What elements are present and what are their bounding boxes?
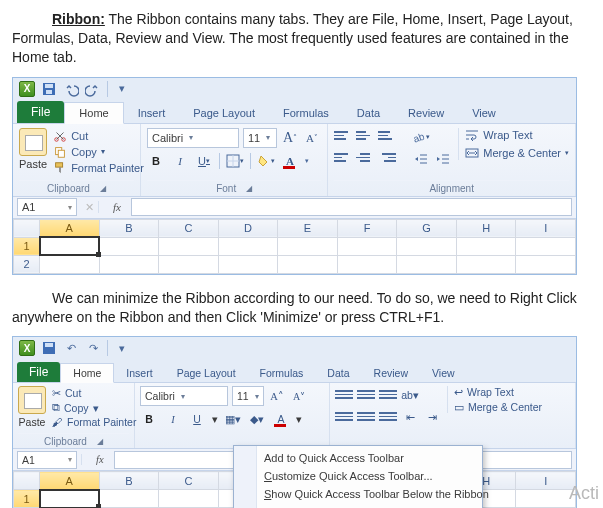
ribbon-tab-bar: File Home Insert Page Layout Formulas Da… <box>13 359 576 383</box>
copy-button[interactable]: ⧉Copy ▾ <box>52 400 136 415</box>
col-header-d[interactable]: D <box>218 219 278 237</box>
col-header-b[interactable]: B <box>99 219 159 237</box>
select-all-corner[interactable] <box>14 219 40 237</box>
tab-review[interactable]: Review <box>394 103 458 123</box>
merge-center-button[interactable]: ▭Merge & Center <box>454 401 542 413</box>
ctx-add-to-qat[interactable]: Add to Quick Access Toolbar <box>260 449 480 467</box>
row-header-1[interactable]: 1 <box>14 237 40 255</box>
paintbrush-icon <box>53 161 67 175</box>
underline-button[interactable]: U <box>188 410 206 428</box>
merge-center-button[interactable]: Merge & Center ▾ <box>465 146 569 160</box>
paste-button[interactable]: Paste <box>19 128 47 170</box>
col-header-g[interactable]: G <box>397 219 457 237</box>
tab-insert[interactable]: Insert <box>124 103 180 123</box>
italic-button[interactable]: I <box>164 410 182 428</box>
orientation-button[interactable]: ab▾ <box>412 128 430 146</box>
fx-icon[interactable]: fx <box>81 454 114 465</box>
redo-icon[interactable] <box>85 81 101 97</box>
formula-input[interactable] <box>131 198 572 216</box>
align-middle-button[interactable] <box>356 128 374 144</box>
underline-button[interactable]: U▾ <box>195 152 213 170</box>
clipboard-launcher-icon[interactable]: ◢ <box>100 184 106 193</box>
decrease-indent-button[interactable] <box>412 150 430 168</box>
col-header-h[interactable]: H <box>456 219 516 237</box>
name-box[interactable]: A1▾ <box>17 451 77 469</box>
align-bottom-button[interactable] <box>378 128 396 144</box>
excel-app-icon[interactable]: X <box>19 81 35 97</box>
fx-icon[interactable]: fx <box>98 201 131 213</box>
qat-customize-icon[interactable]: ▾ <box>114 81 130 97</box>
tab-home[interactable]: Home <box>64 102 123 124</box>
col-header-f[interactable]: F <box>337 219 397 237</box>
paste-button[interactable]: Paste <box>18 386 46 428</box>
bold-button[interactable]: B <box>147 152 165 170</box>
format-painter-button[interactable]: 🖌Format Painter <box>52 415 136 429</box>
cut-button[interactable]: Cut <box>53 128 144 144</box>
tab-home[interactable]: Home <box>60 363 114 383</box>
ctx-customize-qat[interactable]: Customize Quick Access Toolbar... <box>260 467 480 485</box>
font-size-combo[interactable]: 11▾ <box>243 128 277 148</box>
shrink-font-button[interactable]: A˅ <box>303 129 321 147</box>
save-icon[interactable] <box>41 81 57 97</box>
copy-button[interactable]: Copy ▾ <box>53 144 144 160</box>
font-name-combo[interactable]: Calibri▾ <box>140 386 228 406</box>
wrap-text-button[interactable]: ↩Wrap Text <box>454 386 542 398</box>
tab-view[interactable]: View <box>420 364 467 382</box>
excel-app-icon[interactable]: X <box>19 340 35 356</box>
col-header-c[interactable]: C <box>159 219 219 237</box>
col-header-e[interactable]: E <box>278 219 338 237</box>
col-header-i[interactable]: I <box>516 219 576 237</box>
tab-data[interactable]: Data <box>343 103 394 123</box>
font-color-button[interactable]: A <box>272 410 290 428</box>
undo-icon[interactable]: ↶ <box>63 340 79 356</box>
col-header-a[interactable]: A <box>40 219 100 237</box>
fill-color-button[interactable]: ◆▾ <box>248 410 266 428</box>
align-top-button[interactable] <box>334 128 352 144</box>
cancel-formula-icon[interactable]: ✕ <box>81 201 98 214</box>
grow-font-button[interactable]: A˄ <box>268 387 286 405</box>
align-center-button[interactable] <box>356 150 374 166</box>
align-right-button[interactable] <box>378 150 396 166</box>
align-left-button[interactable] <box>334 150 352 166</box>
copy-icon <box>53 145 67 159</box>
redo-icon[interactable]: ↷ <box>85 340 101 356</box>
undo-icon[interactable] <box>63 81 79 97</box>
fill-color-button[interactable]: ▾ <box>257 152 275 170</box>
shrink-font-button[interactable]: A˅ <box>290 387 308 405</box>
tab-file[interactable]: File <box>17 362 60 382</box>
cell-a1[interactable] <box>40 237 100 255</box>
font-name-combo[interactable]: Calibri▾ <box>147 128 239 148</box>
save-icon[interactable] <box>41 340 57 356</box>
group-font: Calibri▾ 11▾ A˄ A˅ B I U▾ ▾ ▾ A▾ Font◢ <box>141 124 328 196</box>
row-header-2[interactable]: 2 <box>14 255 40 273</box>
tab-formulas[interactable]: Formulas <box>269 103 343 123</box>
grow-font-button[interactable]: A˄ <box>281 129 299 147</box>
wrap-text-button[interactable]: Wrap Text <box>465 128 569 142</box>
chevron-down-icon: ▾ <box>189 133 193 142</box>
tab-page-layout[interactable]: Page Layout <box>165 364 248 382</box>
cut-button[interactable]: ✂Cut <box>52 386 136 400</box>
qat-customize-icon[interactable]: ▾ <box>114 340 130 356</box>
tab-page-layout[interactable]: Page Layout <box>179 103 269 123</box>
ctx-show-qat-below[interactable]: Show Quick Access Toolbar Below the Ribb… <box>260 485 480 503</box>
borders-button[interactable]: ▦▾ <box>224 410 242 428</box>
tab-insert[interactable]: Insert <box>114 364 164 382</box>
font-size-combo[interactable]: 11▾ <box>232 386 264 406</box>
tab-formulas[interactable]: Formulas <box>248 364 316 382</box>
ribbon-heading: Ribbon: <box>52 11 105 27</box>
borders-button[interactable]: ▾ <box>226 152 244 170</box>
bold-button[interactable]: B <box>140 410 158 428</box>
format-painter-button[interactable]: Format Painter <box>53 160 144 176</box>
italic-button[interactable]: I <box>171 152 189 170</box>
increase-indent-button[interactable] <box>434 150 452 168</box>
tab-data[interactable]: Data <box>315 364 361 382</box>
font-launcher-icon[interactable]: ◢ <box>246 184 252 193</box>
name-box[interactable]: A1▾ <box>17 198 77 216</box>
tab-review[interactable]: Review <box>362 364 420 382</box>
worksheet-grid[interactable]: A B C D E F G H I 1 2 <box>13 219 576 274</box>
tab-view[interactable]: View <box>458 103 510 123</box>
ribbon-tab-bar: File Home Insert Page Layout Formulas Da… <box>13 100 576 124</box>
font-color-button[interactable]: A <box>281 152 299 170</box>
tab-file[interactable]: File <box>17 101 64 123</box>
ctx-customize-ribbon[interactable]: Customize the Ribbon... <box>260 503 480 508</box>
